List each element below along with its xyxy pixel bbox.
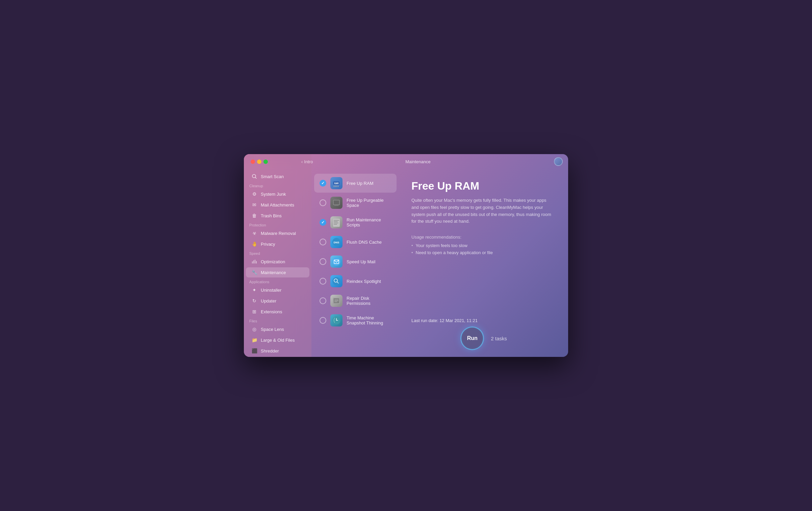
- disk-icon: [330, 295, 342, 307]
- svg-rect-10: [335, 186, 336, 187]
- tasks-count: 2 tasks: [491, 336, 507, 341]
- detail-panel: Free Up RAM Quite often your Mac's memor…: [399, 169, 568, 357]
- task-flush-dns-cache[interactable]: DNS Flush DNS Cache: [314, 233, 397, 251]
- last-run-value: 12 Mar 2021, 11:21: [439, 318, 478, 323]
- optimization-icon: [251, 259, 257, 265]
- svg-rect-18: [334, 221, 338, 222]
- sidebar-item-maintenance[interactable]: 🔧 Maintenance: [246, 267, 309, 277]
- app-window: ‹ Intro Maintenance Smart Scan Cleanup ⚙…: [244, 154, 568, 357]
- svg-rect-9: [334, 186, 334, 187]
- detail-description: Quite often your Mac's memory gets fully…: [411, 197, 553, 225]
- section-speed: Speed: [244, 249, 311, 256]
- mail-attachments-label: Mail Attachments: [261, 202, 294, 208]
- back-chevron-icon: ‹: [301, 159, 303, 164]
- minimize-button[interactable]: [257, 160, 261, 164]
- uninstaller-icon: ✦: [251, 287, 257, 293]
- sidebar-item-trash-bins[interactable]: 🗑 Trash Bins: [246, 211, 309, 221]
- svg-rect-19: [334, 223, 338, 223]
- section-cleanup: Cleanup: [244, 182, 311, 189]
- optimization-label: Optimization: [261, 259, 285, 264]
- sidebar-item-mail-attachments[interactable]: ✉ Mail Attachments: [246, 200, 309, 210]
- task-label-scripts: Run Maintenance Scripts: [347, 217, 391, 227]
- task-reindex-spotlight[interactable]: Reindex Spotlight: [314, 272, 397, 291]
- task-label-spotlight: Reindex Spotlight: [347, 279, 381, 284]
- task-label-ram: Free Up RAM: [347, 181, 373, 186]
- task-speed-up-mail[interactable]: Speed Up Mail: [314, 252, 397, 271]
- task-radio-timemachine[interactable]: [320, 317, 326, 324]
- trash-bins-label: Trash Bins: [261, 213, 282, 218]
- task-radio-mail[interactable]: [320, 258, 326, 265]
- maintenance-icon: 🔧: [251, 269, 257, 275]
- task-free-up-ram[interactable]: RAM Free Up RAM: [314, 174, 397, 193]
- maintenance-label: Maintenance: [261, 270, 286, 275]
- privacy-label: Privacy: [261, 242, 275, 247]
- sidebar-item-uninstaller[interactable]: ✦ Uninstaller: [246, 285, 309, 295]
- task-repair-disk-permissions[interactable]: Repair Disk Permissions: [314, 291, 397, 310]
- task-radio-ram[interactable]: [320, 180, 326, 187]
- task-radio-dns[interactable]: [320, 239, 326, 245]
- sidebar-item-optimization[interactable]: Optimization: [246, 257, 309, 267]
- svg-rect-11: [336, 186, 337, 187]
- svg-line-1: [255, 177, 256, 178]
- task-radio-scripts[interactable]: [320, 219, 326, 226]
- sidebar-item-large-old-files[interactable]: 📁 Large & Old Files: [246, 335, 309, 345]
- traffic-lights: [244, 160, 268, 164]
- task-label-disk: Repair Disk Permissions: [347, 296, 391, 306]
- scripts-icon: [330, 216, 342, 228]
- detail-title: Free Up RAM: [411, 180, 556, 192]
- task-run-maintenance-scripts[interactable]: Run Maintenance Scripts: [314, 213, 397, 232]
- task-label-dns: Flush DNS Cache: [347, 240, 382, 245]
- user-avatar[interactable]: [554, 157, 563, 166]
- close-button[interactable]: [251, 160, 255, 164]
- section-applications: Applications: [244, 278, 311, 285]
- space-lens-label: Space Lens: [261, 327, 284, 332]
- uninstaller-label: Uninstaller: [261, 288, 281, 293]
- task-radio-spotlight[interactable]: [320, 278, 326, 285]
- svg-rect-15: [334, 205, 338, 206]
- sidebar-item-updater[interactable]: ↻ Updater: [246, 296, 309, 306]
- svg-text:DNS: DNS: [334, 241, 340, 244]
- usage-list: Your system feels too slow Need to open …: [411, 243, 556, 255]
- extensions-label: Extensions: [261, 309, 282, 314]
- system-junk-icon: ⚙: [251, 191, 257, 197]
- back-button[interactable]: ‹ Intro: [301, 159, 313, 164]
- section-protection: Protection: [244, 221, 311, 228]
- task-free-up-purgeable[interactable]: Free Up Purgeable Space: [314, 193, 397, 212]
- updater-icon: ↻: [251, 298, 257, 304]
- back-label: Intro: [304, 159, 313, 164]
- task-time-machine-snapshot[interactable]: Time Machine Snapshot Thinning: [314, 311, 397, 330]
- run-area: Run 2 tasks: [399, 326, 568, 350]
- task-label-timemachine: Time Machine Snapshot Thinning: [347, 315, 391, 325]
- task-radio-purgeable[interactable]: [320, 199, 326, 206]
- titlebar: ‹ Intro Maintenance: [244, 154, 568, 169]
- sidebar-item-space-lens[interactable]: ◎ Space Lens: [246, 324, 309, 334]
- shredder-label: Shredder: [261, 348, 279, 354]
- usage-recommendations-label: Usage recommendations:: [411, 235, 556, 240]
- sidebar-item-system-junk[interactable]: ⚙ System Junk: [246, 189, 309, 199]
- large-old-files-label: Large & Old Files: [261, 338, 295, 343]
- task-radio-disk[interactable]: [320, 297, 326, 304]
- sidebar: Smart Scan Cleanup ⚙ System Junk ✉ Mail …: [244, 154, 311, 357]
- sidebar-item-shredder[interactable]: ⬛ Shredder: [246, 346, 309, 356]
- run-button[interactable]: Run: [460, 326, 484, 350]
- large-old-files-icon: 📁: [251, 337, 257, 343]
- svg-rect-12: [338, 186, 338, 187]
- malware-removal-label: Malware Removal: [261, 231, 296, 236]
- svg-rect-17: [334, 220, 339, 221]
- task-label-purgeable: Free Up Purgeable Space: [347, 198, 391, 208]
- sidebar-item-smart-scan[interactable]: Smart Scan: [246, 171, 309, 181]
- space-lens-icon: ◎: [251, 326, 257, 332]
- spotlight-icon: [330, 275, 342, 287]
- window-title: Maintenance: [405, 159, 430, 164]
- svg-text:RAM: RAM: [334, 182, 339, 185]
- svg-point-25: [332, 277, 340, 285]
- sidebar-item-extensions[interactable]: ⊞ Extensions: [246, 307, 309, 317]
- sidebar-item-privacy[interactable]: 🤚 Privacy: [246, 239, 309, 249]
- task-label-mail: Speed Up Mail: [347, 259, 375, 264]
- shredder-icon: ⬛: [251, 348, 257, 354]
- system-junk-label: System Junk: [261, 192, 286, 197]
- usage-item-1: Your system feels too slow: [411, 243, 556, 248]
- fullscreen-button[interactable]: [263, 160, 268, 164]
- sidebar-item-malware-removal[interactable]: ☣ Malware Removal: [246, 228, 309, 238]
- updater-label: Updater: [261, 298, 276, 303]
